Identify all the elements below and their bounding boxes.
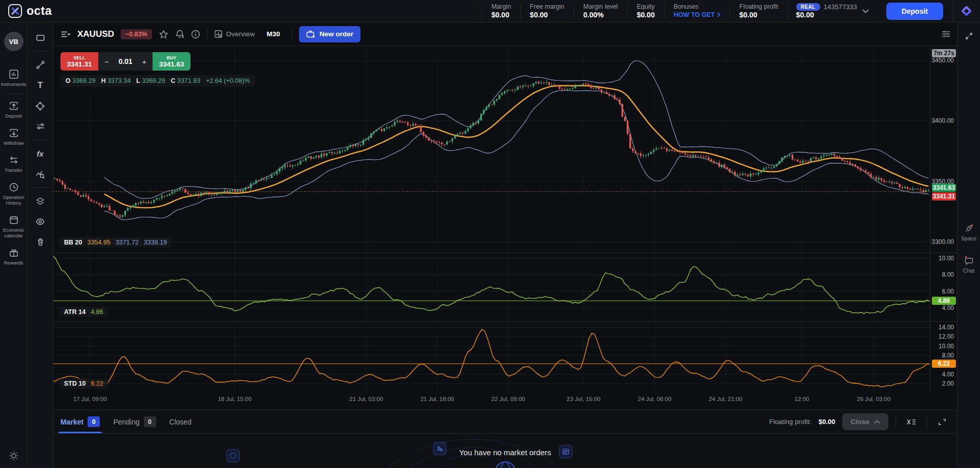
axis-tick: 2.00 xyxy=(942,380,954,387)
sell-button[interactable]: SELL 3341.31 xyxy=(60,52,98,71)
buy-button[interactable]: BUY 3341.63 xyxy=(153,52,190,71)
volume-stepper: − 0.01 + xyxy=(98,52,153,71)
alert-button[interactable] xyxy=(175,29,184,39)
account-selector[interactable]: REAL 143577333 $0.00 xyxy=(787,4,877,19)
close-all-button[interactable]: Close xyxy=(842,413,888,430)
price-scale[interactable]: 3450.003400.003350.003300.007m 27s3341.6… xyxy=(930,46,957,253)
drawing-settings-button[interactable] xyxy=(32,118,49,135)
price-scale[interactable]: 10.008.006.004.004.86 xyxy=(930,253,957,321)
price-pane[interactable]: SELL 3341.31 − 0.01 + BUY 3341.63 O 3369… xyxy=(53,46,957,253)
chat-icon xyxy=(964,255,974,266)
text-tool-button[interactable]: T xyxy=(32,77,49,94)
volume-value[interactable]: 0.01 xyxy=(118,57,132,65)
chevron-right-icon xyxy=(717,12,720,17)
bid-price-badge: 3341.31 xyxy=(932,192,956,200)
right-strip: Space Chat xyxy=(957,23,980,468)
toolbar-divider xyxy=(207,28,207,41)
std-indicator-label[interactable]: STD 10 6.22 xyxy=(59,378,108,389)
resize-corner-icon xyxy=(938,418,947,426)
panel-divider xyxy=(896,415,896,429)
std-pane[interactable]: STD 10 6.22 14.0012.0010.008.004.002.006… xyxy=(53,321,957,394)
delete-drawings-button[interactable] xyxy=(32,234,49,250)
sidebar-item-transfer[interactable]: Transfer xyxy=(0,150,27,177)
metric-margin: Margin $0.00 xyxy=(482,4,520,19)
bell-plus-icon xyxy=(175,29,184,39)
avatar[interactable]: VB xyxy=(4,32,24,51)
axis-tick: 4.00 xyxy=(942,371,954,378)
sidebar-item-rewards[interactable]: Rewards xyxy=(0,243,27,270)
history-clock-icon xyxy=(9,182,19,192)
trash-icon xyxy=(36,237,45,247)
bonuses-block: Bonuses HOW TO GET xyxy=(664,4,730,19)
decorative-app-icon xyxy=(433,442,446,455)
floating-profit-label: Floating profit: xyxy=(769,418,811,426)
space-rocket-icon xyxy=(964,223,974,234)
sidebar-item-deposit[interactable]: Deposit xyxy=(0,96,27,123)
metric-floating-profit: Floating profit $0.00 xyxy=(730,4,787,19)
chart-settings-icon xyxy=(941,30,951,38)
sidebar-item-economic-calendar[interactable]: Economic calendar xyxy=(0,210,27,243)
brand-logo[interactable]: octa xyxy=(0,4,113,18)
time-axis: 17 Jul, 09:0018 Jul, 15:0021 Jul, 03:002… xyxy=(53,394,957,405)
columns-settings-button[interactable] xyxy=(903,418,920,426)
instrument-info-button[interactable] xyxy=(191,30,200,39)
watchlist-panel-button[interactable] xyxy=(32,30,49,46)
time-axis-label: 26 Jul, 03:00 xyxy=(857,396,890,402)
std-value-badge: 6.22 xyxy=(932,360,956,368)
top-bar: octa Margin $0.00 Free margin $0.00 Marg… xyxy=(0,0,980,23)
ask-price-badge: 3341.63 xyxy=(932,184,956,192)
diamond-icon xyxy=(961,6,972,16)
time-axis-label: 21 Jul, 18:00 xyxy=(420,396,454,402)
overview-button[interactable]: Overview xyxy=(214,30,255,38)
tool-divider xyxy=(33,140,48,140)
axis-tick: 6.00 xyxy=(942,288,954,295)
symbol-list-icon xyxy=(60,31,71,38)
chevron-down-icon xyxy=(862,9,869,13)
pending-count-badge: 0 xyxy=(144,416,156,427)
symbol-menu-button[interactable] xyxy=(60,31,71,38)
ohlc-change: +2.64 (+0.08)% xyxy=(206,77,250,84)
favorite-button[interactable] xyxy=(159,30,168,39)
tab-market[interactable]: Market 0 xyxy=(60,410,100,433)
chart-settings-button[interactable] xyxy=(941,30,951,38)
volume-increase-button[interactable]: + xyxy=(142,57,146,66)
new-order-button[interactable]: New order xyxy=(299,26,360,42)
transfer-icon xyxy=(9,155,19,165)
info-icon xyxy=(191,30,200,39)
tab-pending[interactable]: Pending 0 xyxy=(113,410,156,433)
orders-empty-state: You have no market orders xyxy=(53,434,957,468)
axis-tick: 3300.00 xyxy=(932,238,954,246)
globe-icon xyxy=(494,460,517,468)
app-switcher-button[interactable] xyxy=(952,0,980,22)
volume-decrease-button[interactable]: − xyxy=(104,57,109,66)
atr-indicator-label[interactable]: ATR 14 4.86 xyxy=(59,307,108,317)
nav-divider xyxy=(5,94,23,94)
floating-profit-value: $0.00 xyxy=(819,418,836,426)
panel-resize-button[interactable] xyxy=(934,418,950,426)
timeframe-button[interactable]: M30 xyxy=(262,27,285,41)
deposit-button[interactable]: Deposit xyxy=(886,3,943,20)
sidebar-item-operation-history[interactable]: Operation History xyxy=(0,177,27,210)
chat-button[interactable]: Chat xyxy=(957,255,980,274)
eye-icon xyxy=(35,217,45,227)
theme-toggle-button[interactable] xyxy=(9,451,19,461)
tab-closed[interactable]: Closed xyxy=(169,410,192,433)
real-account-badge: REAL xyxy=(796,3,820,11)
atr-pane[interactable]: ATR 14 4.86 10.008.006.004.004.86 xyxy=(53,253,957,321)
space-button[interactable]: Space xyxy=(957,223,980,241)
how-to-get-link[interactable]: HOW TO GET xyxy=(674,11,720,19)
metric-free-margin: Free margin $0.00 xyxy=(520,4,573,19)
fullscreen-button[interactable] xyxy=(957,32,980,40)
symbol-change-badge: −0.83% xyxy=(121,29,152,39)
layers-button[interactable] xyxy=(32,193,49,209)
account-balance: $0.00 xyxy=(796,11,857,19)
shapes-tool-button[interactable] xyxy=(32,98,49,114)
pattern-search-button[interactable] xyxy=(32,166,49,182)
bb-indicator-label[interactable]: BB 20 3354.95 3371.72 3338.19 xyxy=(59,237,172,248)
trendline-tool-button[interactable] xyxy=(32,57,49,73)
price-scale[interactable]: 14.0012.0010.008.004.002.006.22 xyxy=(930,322,957,394)
sidebar-item-withdraw[interactable]: Withdraw xyxy=(0,123,27,150)
visibility-button[interactable] xyxy=(32,213,49,230)
sidebar-item-instruments[interactable]: Instruments xyxy=(0,64,27,92)
indicators-button[interactable]: fx xyxy=(32,145,49,162)
